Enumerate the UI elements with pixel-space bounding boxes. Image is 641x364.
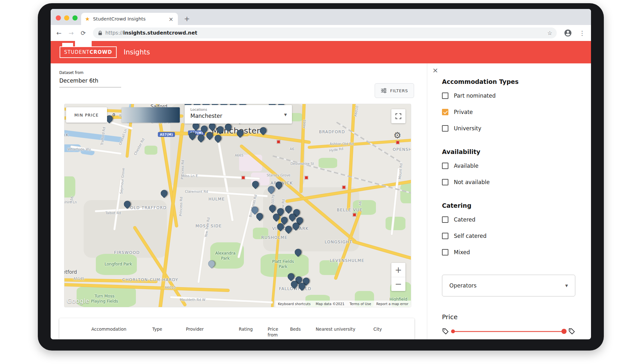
filter-option-label: Catered	[454, 216, 475, 223]
table-leading-spacer	[59, 327, 91, 338]
bookmark-star-icon[interactable]: ☆	[547, 30, 552, 36]
park-area	[386, 217, 405, 230]
laptop-frame: ★ StudentCrowd Insights × + ← → ⟳ https:…	[38, 3, 604, 351]
map-label: Talbot Rd	[105, 211, 121, 215]
park-area	[145, 146, 157, 155]
back-icon[interactable]: ←	[56, 29, 62, 36]
filters-button-label: FILTERS	[390, 88, 408, 93]
column-header-type[interactable]: Type	[152, 327, 186, 338]
column-header-rating[interactable]: Rating	[239, 327, 268, 338]
column-header-beds[interactable]: Beds	[290, 327, 316, 338]
studentcrowd-logo[interactable]: STUDENTCROWD	[60, 46, 117, 58]
map-label: BELLE VUE	[337, 207, 362, 212]
map-attribution-link[interactable]: Map data ©2021	[316, 302, 345, 306]
transit-station-icon	[242, 176, 245, 180]
checkbox[interactable]	[442, 179, 448, 185]
chevron-down-icon[interactable]: ▼	[284, 113, 287, 117]
map-canvas[interactable]: ManchesterSalfordStretfordBRADFORDOPENSH…	[64, 104, 411, 307]
dataset-value-input[interactable]: December 6th	[59, 77, 121, 87]
filter-option-label: Available	[454, 163, 479, 169]
map-label: A6	[290, 147, 294, 151]
price-tag-icon	[568, 328, 575, 335]
filter-option-self-catered[interactable]: Self catered	[442, 230, 575, 242]
browser-tab[interactable]: ★ StudentCrowd Insights ×	[81, 13, 178, 25]
map-attribution-link[interactable]: Report a map error	[376, 302, 408, 306]
price-slider	[442, 328, 575, 335]
map-label: A5145	[73, 277, 84, 280]
google-logo[interactable]: Google	[67, 297, 89, 304]
map-label: CHORLTON-CUM-HARDY	[122, 277, 179, 282]
browser-menu-icon[interactable]: ⋮	[579, 29, 585, 36]
filters-button[interactable]: FILTERS	[375, 83, 414, 98]
checkbox[interactable]	[442, 249, 448, 255]
price-slider-min-handle[interactable]	[451, 329, 455, 333]
maximize-window-button[interactable]	[72, 15, 78, 20]
tab-close-icon[interactable]: ×	[168, 16, 174, 22]
avatar-icon[interactable]	[564, 29, 572, 37]
filter-option-label: Self catered	[454, 233, 487, 239]
map-attribution-link[interactable]: Terms of Use	[350, 302, 371, 306]
close-icon[interactable]: ×	[432, 67, 441, 74]
app-header: STUDENTCROWD Insights	[51, 41, 591, 63]
filter-option-university[interactable]: University	[442, 123, 575, 134]
locations-dropdown[interactable]: Locations Manchester ▼	[185, 105, 292, 124]
filter-option-private[interactable]: Private	[442, 106, 575, 118]
checkbox[interactable]	[442, 125, 448, 132]
filter-section-title: Accommodation Types	[442, 78, 575, 85]
new-tab-button[interactable]: +	[184, 15, 190, 23]
price-slider-max-handle[interactable]	[562, 329, 567, 334]
forward-icon[interactable]: →	[69, 29, 74, 36]
close-window-button[interactable]	[56, 15, 61, 20]
filter-option-part-nominated[interactable]: Part nominated	[442, 90, 575, 101]
gear-icon[interactable]: ⚙	[394, 130, 401, 140]
zoom-in-button[interactable]: +	[391, 263, 405, 277]
tab-strip: ★ StudentCrowd Insights × +	[51, 9, 591, 25]
table-header-row: AccommodationTypeProviderRatingPrice fro…	[59, 318, 414, 338]
zoom-control: + −	[391, 263, 405, 291]
filter-option-mixed[interactable]: Mixed	[442, 247, 575, 258]
map-label: A665	[302, 119, 306, 128]
map-label: BRADFORD	[319, 129, 345, 134]
map-label: LEVENSHULME	[330, 258, 364, 263]
refresh-icon[interactable]: ⟳	[81, 29, 86, 36]
column-header-city[interactable]: City	[373, 327, 412, 338]
filter-option-not-available[interactable]: Not available	[442, 176, 575, 188]
filter-option-catered[interactable]: Catered	[442, 214, 575, 225]
price-gradient-legend[interactable]	[121, 107, 180, 123]
column-header-nearest-university[interactable]: Nearest university	[316, 327, 373, 338]
column-header-accommodation[interactable]: Accommodation	[91, 327, 152, 338]
transit-station-icon	[305, 176, 308, 180]
park-area	[64, 176, 75, 198]
checkbox[interactable]	[442, 233, 448, 239]
map-label: LONGSIGHT	[325, 239, 352, 244]
map-pin[interactable]	[159, 189, 169, 198]
checkbox[interactable]	[442, 93, 448, 99]
tab-title: StudentCrowd Insights	[93, 16, 168, 21]
transit-station-icon	[342, 186, 346, 189]
zoom-out-button[interactable]: −	[391, 277, 405, 291]
map-label: Stretford	[64, 269, 77, 275]
map-label: A6	[358, 201, 362, 206]
price-scale-zero: 0	[112, 112, 115, 117]
filter-sections: Accommodation TypesPart nominatedPrivate…	[442, 78, 575, 258]
map-label: RUSHOLME	[261, 235, 287, 240]
filters-panel-content: Accommodation TypesPart nominatedPrivate…	[427, 78, 591, 335]
map-label: Derbyshire Ln	[64, 200, 77, 204]
column-header-price-from[interactable]: Price from	[268, 327, 283, 338]
min-price-button[interactable]: MIN PRICE	[66, 107, 107, 123]
map-attribution-link[interactable]: Keyboard shortcuts	[278, 302, 311, 306]
map-label: Claremont Rd	[185, 190, 208, 193]
checkbox[interactable]	[442, 216, 448, 223]
filter-option-available[interactable]: Available	[442, 160, 575, 172]
column-header-provider[interactable]: Provider	[186, 327, 239, 338]
address-input[interactable]: https://insights.studentcrowd.net ☆	[93, 28, 557, 38]
checkbox[interactable]	[442, 163, 448, 169]
minimize-window-button[interactable]	[64, 15, 69, 20]
operators-dropdown[interactable]: Operators ▼	[442, 275, 575, 296]
price-slider-track[interactable]	[452, 331, 565, 332]
map-label: Platt Fields Park	[268, 259, 298, 269]
checkbox[interactable]	[442, 109, 448, 115]
fullscreen-button[interactable]	[391, 109, 405, 123]
filter-option-label: Private	[454, 109, 473, 115]
locations-value: Manchester	[190, 113, 286, 119]
